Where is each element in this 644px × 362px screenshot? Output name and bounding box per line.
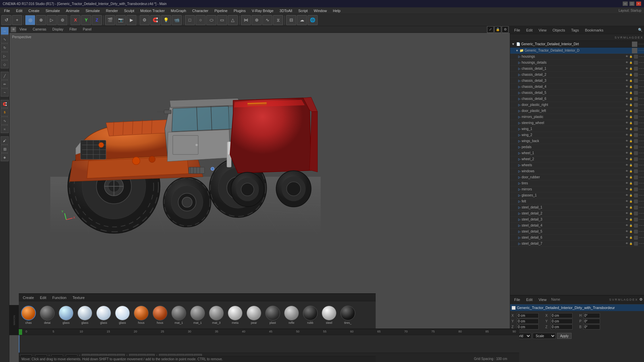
menu-character[interactable]: Character <box>190 8 211 13</box>
toolbar-cone[interactable]: △ <box>228 15 238 25</box>
obj-row-wings_back[interactable]: ▷wings_back👁🔒⋯⋯ <box>510 138 644 144</box>
apply-button[interactable]: Apply <box>557 333 572 339</box>
tool-move[interactable]: ↔ <box>1 27 9 35</box>
menu-mograph[interactable]: MoGraph <box>168 8 189 13</box>
obj-row-wheel_2[interactable]: ▷wheel_2👁🔒⋯⋯ <box>510 156 644 162</box>
obj-lock-door_plastic_right[interactable]: 🔒 <box>629 103 633 106</box>
obj-lock-door_plastic_left[interactable]: 🔒 <box>629 109 633 112</box>
obj-eye-steel_detail_2[interactable]: 👁 <box>626 212 628 215</box>
material-item-13[interactable]: plast <box>264 306 281 324</box>
coord-p-val[interactable] <box>583 319 600 324</box>
tool-twist[interactable]: ∿ <box>1 117 9 125</box>
obj-row-chassis_detail_1[interactable]: ▷chassis_detail_1👁🔒⋯⋯ <box>510 66 644 72</box>
tool-select[interactable]: ▷ <box>1 52 9 60</box>
obj-row-chassis_detail_4[interactable]: ▷chassis_detail_4👁🔒⋯⋯ <box>510 84 644 90</box>
material-item-11[interactable]: meta <box>227 306 244 324</box>
coord-x-pos[interactable] <box>517 313 539 318</box>
obj-eye-wheels[interactable]: 👁 <box>626 164 628 167</box>
toolbar-nurbs[interactable]: ⧖ <box>273 15 283 25</box>
obj-row-chassis_detail_6[interactable]: ▷chassis_detail_6👁🔒⋯⋯ <box>510 96 644 102</box>
obj-hdr-objects[interactable]: Objects <box>550 27 568 33</box>
menu-animate[interactable]: Animate <box>63 8 82 13</box>
obj-row-door_rubber[interactable]: ▷door_rubber👁🔒⋯⋯ <box>510 174 644 180</box>
minimize-button[interactable]: ─ <box>623 1 628 6</box>
toolbar-render-vp[interactable]: 📷 <box>116 15 126 25</box>
toolbar-axis-y[interactable]: Y <box>81 15 91 25</box>
coord-h-val[interactable] <box>583 313 600 318</box>
material-item-2[interactable]: glass <box>58 306 74 324</box>
toolbar-axis-x[interactable]: X <box>70 15 80 25</box>
coord-z-size[interactable] <box>551 324 573 329</box>
obj-hdr-tags[interactable]: Tags <box>569 27 582 33</box>
vp-tab-display[interactable]: Display <box>50 27 66 32</box>
obj-hdr-bookmarks[interactable]: Bookmarks <box>582 27 606 33</box>
obj-row-door_plastic_left[interactable]: ▷door_plastic_left👁🔒⋯⋯ <box>510 108 644 114</box>
obj-eye-wheel_1[interactable]: 👁 <box>626 152 628 155</box>
tool-s[interactable]: $ <box>1 108 9 116</box>
toolbar-env[interactable]: 🌐 <box>308 15 318 25</box>
toolbar-light[interactable]: 💡 <box>161 15 171 25</box>
toolbar-sphere[interactable]: ○ <box>196 15 206 25</box>
menu-plugins[interactable]: Plugins <box>231 8 248 13</box>
attr-hdr-edit[interactable]: Edit <box>524 297 535 302</box>
obj-row-chassis_detail_5[interactable]: ▷chassis_detail_5👁🔒⋯⋯ <box>510 90 644 96</box>
toolbar-ipr[interactable]: ▶ <box>126 15 137 25</box>
toolbar-settings[interactable]: ⚙ <box>140 15 150 25</box>
tool-scale[interactable]: ⤡ <box>1 35 9 43</box>
menu-file[interactable]: File <box>1 8 13 13</box>
obj-row-steel_detail_6[interactable]: ▷steel_detail_6👁🔒⋯⋯ <box>510 235 644 241</box>
menu-pipeline[interactable]: Pipeline <box>212 8 230 13</box>
menu-3dtoall[interactable]: 3DToAll <box>277 8 295 13</box>
obj-lock-mirrors_plastic[interactable]: 🔒 <box>629 115 633 118</box>
obj-eye-mirrors_plastic[interactable]: 👁 <box>626 115 628 118</box>
vp-maximize[interactable]: ⤢ <box>487 26 494 33</box>
obj-hdr-view[interactable]: View <box>536 27 549 33</box>
toolbar-cam[interactable]: 📹 <box>172 15 182 25</box>
vp-tab-panel[interactable]: Panel <box>80 27 94 32</box>
obj-lock-felt[interactable]: 🔒 <box>629 200 633 203</box>
obj-eye-steel_detail_5[interactable]: 👁 <box>626 230 628 233</box>
timeline-keyframes[interactable] <box>19 335 519 353</box>
obj-row-pedals[interactable]: ▷pedals👁🔒⋯⋯ <box>510 144 644 150</box>
menu-edit[interactable]: Edit <box>13 8 25 13</box>
obj-row-steel_detail_4[interactable]: ▷steel_detail_4👁🔒⋯⋯ <box>510 223 644 229</box>
obj-row-chassis_detail_2[interactable]: ▷chassis_detail_2👁🔒⋯⋯ <box>510 72 644 78</box>
obj-row-wing_2[interactable]: ▷wing_2👁🔒⋯⋯ <box>510 132 644 138</box>
obj-lock-wheels[interactable]: 🔒 <box>629 164 633 167</box>
menu-help[interactable]: Help <box>330 8 343 13</box>
tool-rotate[interactable]: ↻ <box>1 44 9 52</box>
tool-line[interactable]: ╱ <box>1 72 9 80</box>
menu-script[interactable]: Script <box>296 8 310 13</box>
obj-lock-chassis_detail_3[interactable]: 🔒 <box>629 79 633 82</box>
obj-eye-chassis_detail_1[interactable]: 👁 <box>626 67 628 70</box>
obj-lock-wing_2[interactable]: 🔒 <box>629 133 633 136</box>
toolbar-spline[interactable]: ∿ <box>262 15 272 25</box>
coord-y-size[interactable] <box>551 319 573 324</box>
material-item-15[interactable]: rubb <box>302 306 319 324</box>
toolbar-mode-scene[interactable]: ▷ <box>47 15 57 25</box>
obj-eye-housings[interactable]: 👁 <box>626 55 628 58</box>
obj-lock-steel_detail_3[interactable]: 🔒 <box>629 218 633 221</box>
obj-lock-pedals[interactable]: 🔒 <box>629 145 633 148</box>
vp-tab-filter[interactable]: Filter <box>67 27 79 32</box>
close-button[interactable]: × <box>636 1 641 6</box>
obj-row-chassis_detail_3[interactable]: ▷chassis_detail_3👁🔒⋯⋯ <box>510 78 644 84</box>
obj-eye-chassis_detail_2[interactable]: 👁 <box>626 73 628 76</box>
obj-hdr-search[interactable]: 🔍 <box>638 28 643 32</box>
material-item-17[interactable]: tires_ <box>339 306 356 324</box>
menu-simulate2[interactable]: Simulate <box>83 8 103 13</box>
obj-lock-chassis_detail_6[interactable]: 🔒 <box>629 97 633 100</box>
material-item-0[interactable]: chas <box>20 306 37 324</box>
obj-lock-housings[interactable]: 🔒 <box>629 55 633 58</box>
obj-eye-door_plastic_left[interactable]: 👁 <box>626 109 628 112</box>
menu-vray[interactable]: V-Ray Bridge <box>249 8 276 13</box>
maximize-button[interactable]: □ <box>629 1 635 6</box>
obj-lock-wing_1[interactable]: 🔒 <box>629 127 633 130</box>
obj-row-housings[interactable]: ▷housings👁🔒⋯⋯ <box>510 54 644 60</box>
obj-eye-wing_2[interactable]: 👁 <box>626 133 628 136</box>
obj-lock-steel_detail_2[interactable]: 🔒 <box>629 212 633 215</box>
obj-row-mirrors[interactable]: ▷mirrors👁🔒⋯⋯ <box>510 186 644 192</box>
obj-lock-steel_detail_4[interactable]: 🔒 <box>629 224 633 227</box>
toolbar-new[interactable]: + <box>12 15 22 25</box>
obj-row-steel_detail_7[interactable]: ▷steel_detail_7👁🔒⋯⋯ <box>510 241 644 247</box>
